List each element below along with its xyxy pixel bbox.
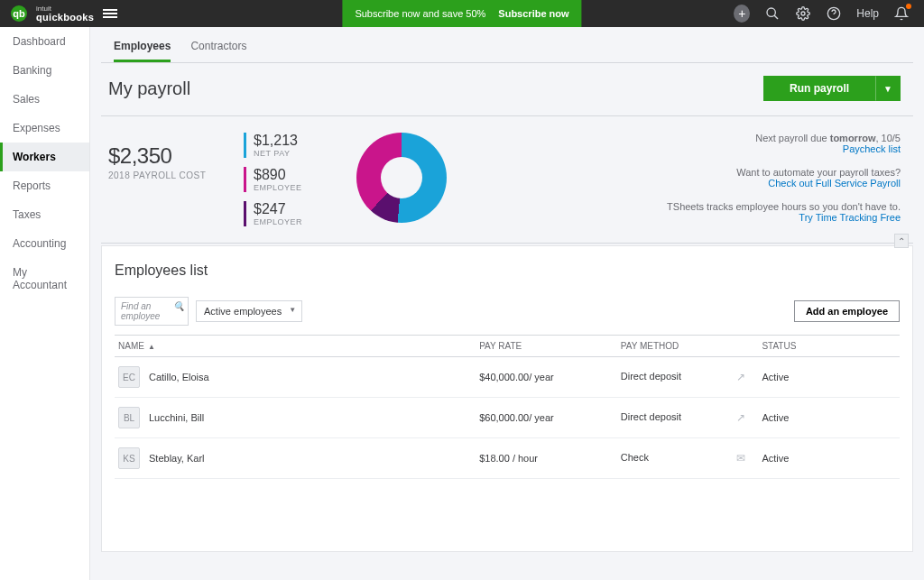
sidebar-item-reports[interactable]: Reports [0, 171, 89, 200]
employee-amount: $890 [254, 167, 302, 183]
sidebar-item-dashboard[interactable]: Dashboard [0, 27, 89, 56]
cost-breakdown: $1,213 NET PAY $890 EMPLOYEE $247 EMPLOY… [244, 133, 302, 226]
brand: intuit quickbooks [36, 5, 94, 23]
total-cost: $2,350 2018 PAYROLL COST [108, 133, 217, 226]
employee-name: Lucchini, Bill [149, 412, 204, 423]
add-employee-button[interactable]: Add an employee [794, 300, 900, 322]
page-header: My payroll Run payroll ▼ [101, 63, 913, 116]
pay-method-icon: ↗ [736, 371, 754, 383]
sidebar-item-expenses[interactable]: Expenses [0, 114, 89, 143]
topbar-right: + Help [734, 5, 924, 22]
employee-status: Active [758, 398, 900, 438]
column-pay-rate[interactable]: PAY RATE [476, 336, 617, 357]
tsheets-text: TSheets tracks employee hours so you don… [667, 201, 901, 212]
employee-initials-badge: BL [118, 407, 140, 428]
netpay-amount: $1,213 [254, 133, 302, 149]
collapse-card-button[interactable]: ⌃ [894, 234, 909, 248]
employer-block: $247 EMPLOYER [244, 201, 302, 226]
employee-block: $890 EMPLOYEE [244, 167, 302, 192]
gear-icon[interactable] [795, 5, 811, 22]
employee-filter-select[interactable]: Active employees [196, 300, 302, 322]
employees-list-card: ⌃ Employees list Find an employee 🔍 Acti… [101, 245, 913, 552]
employer-amount: $247 [254, 201, 302, 217]
table-row[interactable]: BLLucchini, Bill$60,000.00/ yearDirect d… [115, 398, 900, 438]
employees-list-heading: Employees list [115, 262, 900, 279]
employee-pay-rate: $60,000.00/ year [476, 398, 617, 438]
employees-table: NAME▲ PAY RATE PAY METHOD STATUS ECCatil… [115, 335, 900, 479]
full-service-payroll-link[interactable]: Check out Full Service Payroll [667, 178, 901, 189]
sidebar-item-accounting[interactable]: Accounting [0, 229, 89, 258]
sidebar-item-sales[interactable]: Sales [0, 85, 89, 114]
brand-big: quickbooks [36, 12, 94, 23]
run-payroll-button[interactable]: Run payroll [763, 76, 875, 101]
total-cost-label: 2018 PAYROLL COST [108, 170, 217, 180]
column-name[interactable]: NAME▲ [115, 336, 476, 357]
netpay-block: $1,213 NET PAY [244, 133, 302, 158]
automate-taxes-block: Want to automate your payroll taxes? Che… [667, 167, 901, 189]
tab-contractors[interactable]: Contractors [190, 40, 246, 62]
paycheck-list-link[interactable]: Paycheck list [667, 143, 901, 154]
sidebar: DashboardBankingSalesExpensesWorkersRepo… [0, 27, 90, 580]
topbar: qb intuit quickbooks Subscribe now and s… [0, 0, 924, 27]
next-payroll-text: Next payroll due tomorrow, 10/5 [755, 133, 901, 143]
search-icon[interactable] [764, 5, 781, 22]
search-placeholder: Find an employee [121, 301, 160, 321]
sidebar-item-taxes[interactable]: Taxes [0, 200, 89, 229]
pay-method-icon: ↗ [736, 411, 754, 424]
employee-status: Active [758, 438, 900, 479]
run-payroll-group: Run payroll ▼ [763, 76, 901, 101]
sort-asc-icon: ▲ [148, 343, 155, 351]
employee-pay-method: Check✉ [617, 438, 759, 479]
employer-label: EMPLOYER [254, 217, 302, 226]
employee-initials-badge: EC [118, 366, 140, 388]
table-row[interactable]: ECCatillo, Eloisa$40,000.00/ yearDirect … [115, 357, 900, 398]
employee-search-input[interactable]: Find an employee 🔍 [115, 297, 189, 326]
main: EmployeesContractors My payroll Run payr… [90, 27, 924, 580]
next-payroll-block: Next payroll due tomorrow, 10/5 Paycheck… [667, 133, 901, 154]
employee-name: Steblay, Karl [149, 453, 205, 464]
tabs: EmployeesContractors [101, 27, 913, 63]
list-controls: Find an employee 🔍 Active employees Add … [115, 297, 900, 326]
hamburger-icon[interactable] [103, 7, 117, 20]
employee-pay-method: Direct deposit↗ [617, 357, 759, 398]
employee-label: EMPLOYEE [254, 183, 302, 192]
svg-line-1 [774, 15, 778, 19]
subscribe-text: Subscribe now and save 50% [355, 8, 485, 19]
time-tracking-link[interactable]: Try Time Tracking Free [667, 212, 901, 223]
svg-point-2 [801, 12, 805, 15]
help-icon[interactable] [826, 5, 842, 22]
topbar-left: qb intuit quickbooks [0, 5, 117, 23]
subscribe-banner[interactable]: Subscribe now and save 50% Subscribe now [342, 0, 581, 27]
employee-initials-badge: KS [118, 447, 140, 469]
sidebar-item-banking[interactable]: Banking [0, 56, 89, 85]
tab-employees[interactable]: Employees [114, 40, 171, 62]
help-label[interactable]: Help [856, 7, 879, 20]
payroll-donut-chart [356, 133, 447, 223]
column-status[interactable]: STATUS [758, 336, 900, 357]
search-icon: 🔍 [173, 301, 184, 311]
employee-name: Catillo, Eloisa [149, 372, 209, 382]
employee-pay-method: Direct deposit↗ [617, 398, 759, 438]
employee-status: Active [758, 357, 900, 398]
tsheets-block: TSheets tracks employee hours so you don… [667, 201, 901, 223]
add-icon[interactable]: + [734, 5, 750, 22]
payroll-summary: $2,350 2018 PAYROLL COST $1,213 NET PAY … [101, 116, 913, 244]
total-cost-amount: $2,350 [108, 143, 217, 169]
table-row[interactable]: KSSteblay, Karl$18.00 / hourCheck✉Active [115, 438, 900, 479]
subscribe-cta[interactable]: Subscribe now [498, 8, 568, 19]
employee-pay-rate: $18.00 / hour [476, 438, 617, 479]
summary-right-info: Next payroll due tomorrow, 10/5 Paycheck… [667, 133, 906, 226]
notification-dot-icon [906, 4, 911, 9]
netpay-label: NET PAY [254, 149, 302, 158]
employee-pay-rate: $40,000.00/ year [476, 357, 617, 398]
sidebar-item-my-accountant[interactable]: My Accountant [0, 258, 89, 299]
sidebar-item-workers[interactable]: Workers [0, 143, 89, 171]
pay-method-icon: ✉ [736, 452, 754, 465]
run-payroll-dropdown[interactable]: ▼ [875, 76, 901, 101]
column-pay-method[interactable]: PAY METHOD [617, 336, 759, 357]
svg-point-0 [767, 8, 775, 16]
page-title: My payroll [108, 78, 190, 99]
notification-icon[interactable] [893, 5, 910, 22]
qb-logo-icon: qb [11, 5, 27, 22]
automate-taxes-text: Want to automate your payroll taxes? [736, 167, 901, 178]
